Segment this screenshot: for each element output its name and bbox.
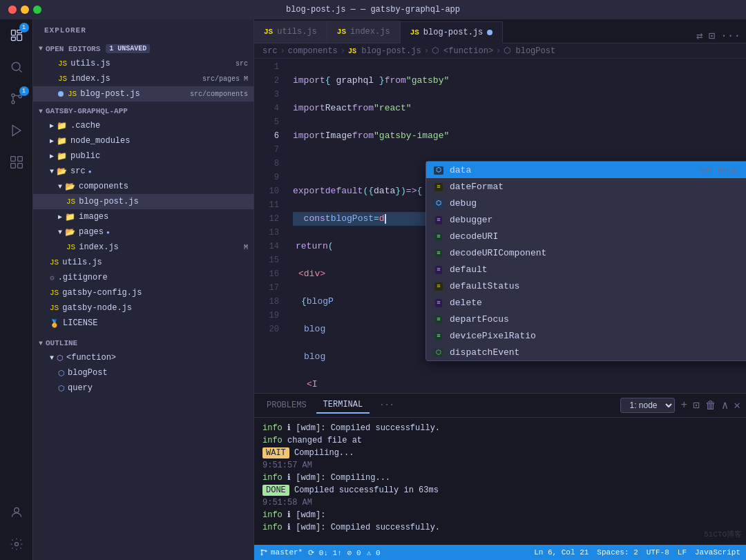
file-gatsby-config[interactable]: JS gatsby-config.js (33, 285, 254, 300)
add-terminal-icon[interactable]: + (680, 399, 687, 412)
delete-terminal-icon[interactable]: 🗑 (705, 399, 716, 412)
editor-layout-icon[interactable]: ⊡ (709, 29, 716, 43)
folder-node-modules[interactable]: ▶ 📁 node_modules (33, 133, 254, 148)
more-actions-icon[interactable]: ··· (720, 30, 740, 42)
svg-rect-2 (17, 35, 21, 40)
file-license[interactable]: 🏅 LICENSE (33, 316, 254, 331)
file-blog-post-js[interactable]: JS blog-post.js (33, 194, 254, 209)
explorer-activity-icon[interactable]: 1 (6, 25, 27, 46)
tab-index-js[interactable]: JS index.js (327, 21, 401, 43)
svg-point-15 (14, 508, 19, 512)
terminal-content[interactable]: info ℹ [wdm]: Compiled successfully. inf… (254, 418, 746, 545)
tab-blog-post-js[interactable]: JS blog-post.js (401, 21, 504, 44)
svg-point-6 (11, 94, 14, 97)
outline-query[interactable]: ⬡ query (33, 380, 254, 396)
terminal-line-9: info ℹ [wdm]: Compiled successfully. (262, 521, 738, 534)
folder-pages[interactable]: ▼ 📂 pages ● (33, 224, 254, 240)
js-file-icon: JS (58, 75, 67, 83)
svg-point-7 (18, 95, 21, 98)
extensions-activity-icon[interactable] (6, 152, 27, 173)
ac-item-devicepixelratio[interactable]: ≡ devicePixelRatio (426, 327, 746, 344)
open-editors-header[interactable]: ▼ OPEN EDITORS 1 UNSAVED (33, 41, 254, 56)
tab-bar: JS utils.js JS index.js JS blog-post.js … (254, 19, 746, 44)
split-terminal-icon[interactable]: ⊡ (693, 398, 700, 412)
file-gitignore[interactable]: ⚙ .gitignore (33, 270, 254, 285)
git-branch-status[interactable]: master* (260, 548, 303, 557)
tab-terminal[interactable]: TERMINAL (316, 397, 370, 414)
maximize-panel-icon[interactable]: ∧ (722, 398, 729, 412)
folder-public[interactable]: ▶ 📁 public (33, 148, 254, 164)
open-editor-blog-post-js[interactable]: JS blog-post.js src/components (33, 86, 254, 102)
search-activity-icon[interactable] (6, 57, 27, 77)
folder-cache[interactable]: ▶ 📁 .cache (33, 118, 254, 133)
titlebar: blog-post.js — — gatsby-graphql-app (0, 0, 746, 19)
terminal-line-2: info changed file at (262, 434, 738, 447)
language-status[interactable]: JavaScript (695, 548, 740, 557)
file-utils-js[interactable]: JS utils.js (33, 255, 254, 270)
activity-bottom (6, 502, 27, 560)
ac-item-defaultstatus[interactable]: ≡ defaultStatus (426, 278, 746, 294)
account-icon[interactable] (6, 502, 27, 523)
status-left: master* ⟳ 0↓ 1↑ ⊘ 0 ⚠ 0 (260, 548, 380, 557)
ac-item-data[interactable]: ⬡ data var data: any i (426, 162, 746, 178)
outline-header[interactable]: ▼ OUTLINE (33, 336, 254, 350)
ac-item-debugger[interactable]: ≡ debugger (426, 211, 746, 228)
open-editor-utils-js[interactable]: JS utils.js src (33, 56, 254, 71)
window-title: blog-post.js — — gatsby-graphql-app (286, 5, 460, 15)
terminal-line-1: info ℹ [wdm]: Compiled successfully. (262, 422, 738, 434)
project-header[interactable]: ▼ GATSBY-GRAPHQL-APP (33, 104, 254, 118)
code-line-2: import React from "react" (293, 102, 746, 115)
debug-activity-icon[interactable] (6, 120, 27, 141)
js-file-icon: JS (58, 59, 67, 68)
status-bar: master* ⟳ 0↓ 1↑ ⊘ 0 ⚠ 0 Ln 6, Col 21 Spa… (254, 545, 746, 560)
close-panel-icon[interactable]: ✕ (734, 398, 740, 412)
code-line-12: <I (293, 378, 746, 392)
open-editor-index-js[interactable]: JS index.js src/pages M (33, 71, 254, 86)
ac-item-decodeuri[interactable]: ≡ decodeURI (426, 228, 746, 244)
activity-bar: 1 1 (0, 19, 33, 560)
folder-images[interactable]: ▶ 📁 images (33, 209, 254, 224)
close-button[interactable] (8, 6, 17, 14)
ac-item-debug[interactable]: ⬡ debug (426, 195, 746, 211)
ac-item-decodeuricomponent[interactable]: ≡ decodeURIComponent (426, 244, 746, 261)
ac-item-dispatchevent[interactable]: ⬡ dispatchEvent (426, 344, 746, 360)
settings-icon[interactable] (6, 534, 27, 554)
folder-components[interactable]: ▼ 📂 components (33, 179, 254, 194)
encoding-status[interactable]: UTF-8 (647, 548, 669, 557)
outline-blogpost[interactable]: ⬡ blogPost (33, 365, 254, 380)
terminal-selector[interactable]: 1: node (620, 398, 675, 413)
file-index-js[interactable]: JS index.js M (33, 240, 254, 255)
js-file-icon: JS (50, 289, 59, 297)
svg-rect-0 (11, 30, 15, 36)
autocomplete-popup: ⬡ data var data: any i ≡ dateFormat ⬡ de… (425, 161, 746, 361)
panel-more-icon[interactable]: ··· (372, 398, 401, 413)
dot-file-icon: ⚙ (50, 273, 55, 282)
line-ending-status[interactable]: LF (678, 548, 687, 557)
maximize-button[interactable] (33, 6, 41, 14)
sidebar: EXPLORER ▼ OPEN EDITORS 1 UNSAVED JS uti… (33, 19, 254, 560)
unsaved-badge: 1 UNSAVED (106, 44, 150, 53)
svg-point-17 (261, 550, 262, 551)
indent-status[interactable]: Spaces: 2 (597, 548, 638, 557)
split-editor-icon[interactable]: ⇄ (696, 29, 703, 43)
tab-problems[interactable]: PROBLEMS (260, 398, 314, 413)
minimize-button[interactable] (21, 6, 29, 14)
outline-function[interactable]: ▼ ⬡ <function> (33, 350, 254, 365)
warnings-status[interactable]: ⚠ 0 (367, 548, 381, 557)
code-line-3: import Image from "gatsby-image" (293, 129, 746, 143)
svg-rect-12 (17, 157, 22, 162)
code-editor[interactable]: 12345 6 78910 1112131415 1617181920 impo… (254, 59, 746, 393)
sync-status[interactable]: ⟳ 0↓ 1↑ (308, 548, 342, 557)
folder-src[interactable]: ▼ 📂 src ● (33, 164, 254, 179)
file-gatsby-node[interactable]: JS gatsby-node.js (33, 300, 254, 316)
git-activity-icon[interactable]: 1 (6, 88, 27, 109)
errors-status[interactable]: ⊘ 0 (347, 548, 361, 557)
ac-item-dateformat[interactable]: ≡ dateFormat (426, 178, 746, 195)
ac-item-default[interactable]: ≡ default (426, 261, 746, 278)
tab-utils-js[interactable]: JS utils.js (254, 21, 327, 43)
code-line-1: import { graphql } from "gatsby" (293, 74, 746, 88)
ac-item-delete[interactable]: ≡ delete (426, 294, 746, 311)
cursor-position[interactable]: Ln 6, Col 21 (534, 548, 589, 557)
ac-item-departfocus[interactable]: ≡ departFocus (426, 311, 746, 327)
git-badge: 1 (19, 86, 29, 96)
